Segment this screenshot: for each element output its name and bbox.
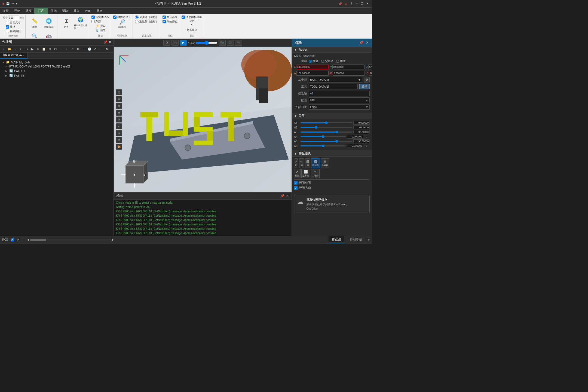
paste-btn[interactable]: 📋 (41, 46, 47, 52)
auto-size-check[interactable]: 自动尺寸 (6, 21, 21, 24)
vp-settings-btn[interactable]: ⚙ (163, 40, 170, 46)
b-input[interactable] (333, 71, 365, 76)
hide-panel-check[interactable]: 消息面板输出 (182, 15, 202, 19)
track-check[interactable]: 跟踪 (91, 20, 109, 23)
measure-vp-btn[interactable]: M (116, 130, 122, 136)
y-input[interactable] (332, 65, 365, 69)
zoom-out-btn[interactable]: ⊖ (116, 103, 122, 109)
align-btn[interactable]: ⊞ 对齐 (60, 15, 73, 30)
extern-tcp-dropdown[interactable]: False ▼ (309, 104, 370, 110)
select-tool-btn[interactable]: 选择 (359, 84, 370, 89)
a6-slider[interactable] (301, 145, 346, 146)
pin-output-btn[interactable]: 📌 (280, 194, 284, 198)
a2-slider[interactable] (301, 127, 352, 128)
base-dropdown[interactable]: BASE_DATA[1] ▼ (309, 77, 362, 82)
pin-btn[interactable]: 📌 (338, 2, 342, 6)
menu-program[interactable]: 程序 (34, 8, 48, 14)
snap-section-header[interactable]: ▼ 捕捉选项 (292, 150, 372, 157)
signal-btn[interactable]: 📡 信号 (95, 28, 106, 32)
rcs-checkbox[interactable] (11, 238, 14, 241)
tree-path-s[interactable]: ▶ 🔄 PATH S (1, 73, 112, 78)
vp-screenshot-btn[interactable]: 📷 (219, 40, 226, 46)
radio-parent[interactable]: 父系坐 (321, 59, 333, 63)
restore-window-btn[interactable]: 恢复窗口 (184, 26, 200, 34)
help-title-btn[interactable]: ? (349, 2, 353, 6)
close-btn[interactable]: ✕ (365, 2, 370, 6)
minimize-btn[interactable]: ─ (354, 2, 359, 6)
close-output-btn[interactable]: ✕ (286, 194, 289, 198)
joint-btn[interactable]: ⚡ 接口 (95, 24, 106, 28)
tree-ptp[interactable]: ~→ PTP P1 CONT Vel=100% PDATP1 Tool[1] B… (1, 65, 112, 69)
a4-slider[interactable] (301, 136, 346, 137)
ref-world-radio[interactable]: 至参考（坐标） (135, 15, 158, 19)
tab-controller-status[interactable]: 控制器图 (347, 237, 365, 243)
approach-dropdown[interactable]: +Z (309, 91, 370, 96)
menu-help[interactable]: 帮助 (59, 8, 71, 14)
horizontal-scrollbar[interactable] (30, 239, 111, 241)
a-input[interactable] (296, 71, 329, 76)
snap-coord-btn[interactable]: ⊕ 坐标框 (321, 158, 329, 168)
copy-btn[interactable]: ⎘ (35, 46, 41, 52)
vp-camera-btn[interactable]: 🎥 (227, 40, 234, 46)
quick-save-icon[interactable]: 💾 (6, 2, 10, 5)
run-btn[interactable]: ▶ (30, 46, 35, 52)
undo-btn[interactable]: ↩ (18, 46, 24, 52)
collision-check[interactable]: 碰撞时停止 (113, 15, 131, 19)
menu-import[interactable]: 导入 (71, 8, 82, 14)
zoom-fit-btn[interactable]: ⊡ (116, 89, 122, 95)
menu-file[interactable]: 文件 (0, 8, 11, 14)
a1-slider[interactable] (301, 122, 352, 123)
z-input[interactable] (368, 65, 372, 69)
clock-btn[interactable]: 🕐 (87, 46, 92, 52)
move-world-btn[interactable]: 🌍 移动机器人世界 (74, 15, 87, 30)
collapse-btn[interactable]: ⊟ (53, 46, 58, 52)
snap-face-edge-btn[interactable]: ▭ 面 (299, 158, 304, 168)
menu-export[interactable]: 导出 (94, 8, 105, 14)
robot-section-header[interactable]: ▼ Robot (292, 47, 372, 53)
a3-slider[interactable] (301, 131, 352, 133)
set-direction-check[interactable]: 设置方向 (294, 186, 370, 190)
close-right-btn[interactable]: ✕ (365, 40, 369, 45)
restore-btn[interactable]: ❐ (360, 2, 364, 6)
angle-btn[interactable]: ∠ (93, 46, 98, 52)
move-down-btn[interactable]: ↓ (64, 46, 69, 52)
env-calibrate-btn[interactable]: 🌐 环境校准 (42, 15, 56, 30)
snap-half-btn[interactable]: ÷ 二等分 (311, 169, 320, 178)
3d-viewport[interactable]: B T L R F ⊡ ⊕ ⊖ ✥ ↺ ↖ M ⊞ (114, 47, 292, 192)
always-capture-check[interactable]: 始终捕捉 (6, 29, 21, 33)
open-btn[interactable]: 📂 (7, 46, 12, 52)
rcs-settings-icon[interactable]: ⚙ (17, 238, 19, 241)
pin-right-btn[interactable]: 📌 (359, 40, 364, 45)
pan-btn[interactable]: ✥ (116, 110, 122, 116)
limit-stop-check[interactable]: 限位停止 (163, 20, 177, 23)
close-panel-btn[interactable]: ✕ (109, 40, 111, 44)
display-btn[interactable]: 显示 ▼ (185, 19, 198, 26)
x-input[interactable] (296, 65, 329, 69)
capture-check[interactable]: 捕捉 (6, 25, 21, 29)
tab-job-status[interactable]: 作业图 (329, 236, 344, 243)
right-arrow-btn[interactable]: → (13, 46, 18, 52)
tree-root[interactable]: ▼ 📁 MAIN My_Job (1, 60, 112, 65)
a5-slider[interactable] (301, 141, 352, 142)
settings-btn[interactable]: ⚙ (75, 46, 81, 52)
more-btn[interactable]: ⋯ (81, 46, 87, 52)
move-up-btn[interactable]: ↑ (58, 46, 64, 52)
ref-tool-radio[interactable]: 至世界（坐标） (135, 20, 158, 23)
update-robot-btn[interactable]: 🤖 更新机器人 (42, 30, 56, 39)
size-input[interactable] (8, 15, 19, 20)
joint-section-header[interactable]: ▼ 关节 (292, 113, 372, 119)
detect-btn[interactable]: 🔎 检测器 (114, 19, 130, 29)
snap-face-color-btn[interactable]: ▩ 面 (305, 158, 310, 168)
snap-boundary-btn[interactable]: ⬜ 边界框 (301, 169, 310, 178)
menu-home[interactable]: 开始 (11, 8, 23, 14)
app-menu-arrow[interactable]: ▼ (16, 2, 18, 5)
set-position-check[interactable]: 设置位置 (294, 181, 370, 185)
zoom-in-btn[interactable]: ⊕ (116, 96, 122, 102)
measure-btn[interactable]: 📏 测量 (28, 15, 41, 30)
scroll-right-btn[interactable]: ▶ (112, 238, 114, 241)
c-input[interactable] (369, 71, 372, 76)
refresh-status-icon[interactable]: ↻ (367, 238, 370, 241)
radio-body[interactable]: 物体 (336, 59, 345, 63)
tree-path-u[interactable]: ▶ 🔄 PATH U (1, 69, 112, 73)
snap-origin-btn[interactable]: ✕ 原点 (294, 169, 301, 178)
